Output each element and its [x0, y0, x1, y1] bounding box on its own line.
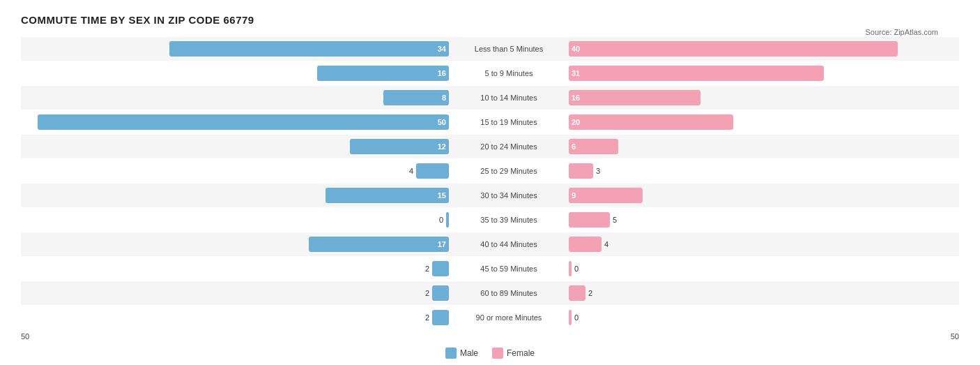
female-outside-value: 2 — [588, 289, 602, 297]
row-label: 45 to 59 Minutes — [453, 265, 565, 273]
row-label: 5 to 9 Minutes — [453, 69, 565, 77]
right-section: 6 — [565, 139, 980, 154]
female-zero-value: 0 — [574, 313, 588, 322]
table-row: 34 Less than 5 Minutes 40 — [21, 37, 959, 61]
table-row: 4 25 to 29 Minutes 3 — [21, 159, 959, 183]
table-row: 12 20 to 24 Minutes 6 — [21, 135, 959, 158]
legend: Male Female — [21, 348, 959, 359]
male-bar — [432, 285, 449, 301]
right-section: 40 — [565, 41, 980, 57]
row-label: 90 or more Minutes — [453, 313, 565, 322]
left-section: 17 — [21, 237, 453, 252]
row-label: 15 to 19 Minutes — [453, 118, 565, 126]
female-bar: 40 — [569, 41, 898, 57]
male-bar: 34 — [169, 41, 449, 57]
female-bar — [569, 261, 572, 276]
left-section: 2 — [21, 310, 453, 325]
table-row: 50 15 to 19 Minutes 20 — [21, 110, 959, 134]
right-section: 2 — [565, 285, 980, 301]
row-label: 25 to 29 Minutes — [453, 167, 565, 175]
male-bar: 12 — [350, 139, 449, 154]
male-bar-value: 16 — [438, 69, 446, 77]
male-bar — [432, 310, 449, 325]
right-section: 3 — [565, 163, 980, 179]
table-row: 2 45 to 59 Minutes 0 — [21, 257, 959, 281]
female-bar — [569, 285, 585, 301]
chart-container: 34 Less than 5 Minutes 40 16 5 to 9 Minu… — [21, 37, 959, 359]
female-bar-value: 31 — [572, 69, 580, 77]
legend-female-box — [492, 348, 503, 359]
left-section: 12 — [21, 139, 453, 154]
right-section: 0 — [565, 261, 980, 276]
female-bar: 9 — [569, 188, 643, 203]
left-section: 0 — [21, 212, 453, 228]
table-row: 17 40 to 44 Minutes 4 — [21, 232, 959, 256]
table-row: 2 60 to 89 Minutes 2 — [21, 281, 959, 305]
table-row: 16 5 to 9 Minutes 31 — [21, 61, 959, 85]
male-bar: 17 — [309, 237, 449, 252]
right-section: 16 — [565, 90, 980, 105]
male-bar: 15 — [326, 188, 449, 203]
right-section: 0 — [565, 310, 980, 325]
female-bar — [569, 237, 602, 252]
source-label: Source: ZipAtlas.com — [865, 28, 938, 36]
male-bar: 8 — [383, 90, 449, 105]
male-bar-value: 34 — [438, 45, 446, 53]
male-bar-value: 15 — [438, 191, 446, 200]
left-section: 2 — [21, 285, 453, 301]
table-row: 0 35 to 39 Minutes 5 — [21, 208, 959, 232]
left-section: 4 — [21, 163, 453, 179]
male-bar — [446, 212, 449, 228]
row-label: Less than 5 Minutes — [453, 45, 565, 53]
left-section: 8 — [21, 90, 453, 105]
legend-male-label: Male — [460, 348, 478, 358]
male-bar: 50 — [38, 114, 449, 130]
male-outside-value: 2 — [415, 313, 429, 322]
table-row: 8 10 to 14 Minutes 16 — [21, 86, 959, 110]
male-bar — [432, 261, 449, 276]
female-bar-value: 9 — [572, 191, 576, 200]
male-bar — [416, 163, 449, 179]
male-bar: 16 — [317, 66, 449, 81]
left-section: 50 — [21, 114, 453, 130]
male-outside-value: 2 — [415, 265, 429, 273]
male-bar-value: 8 — [442, 94, 446, 102]
female-bar — [569, 163, 593, 179]
female-bar-value: 16 — [572, 94, 580, 102]
left-section: 16 — [21, 66, 453, 81]
row-label: 20 to 24 Minutes — [453, 142, 565, 151]
female-bar-value: 40 — [572, 45, 580, 53]
legend-male-box — [445, 348, 457, 359]
right-section: 9 — [565, 188, 980, 203]
legend-male: Male — [445, 348, 478, 359]
female-bar-value: 6 — [572, 142, 576, 151]
left-section: 2 — [21, 261, 453, 276]
female-bar: 16 — [569, 90, 700, 105]
axis-right-value: 50 — [951, 332, 959, 341]
left-section: 15 — [21, 188, 453, 203]
row-label: 60 to 89 Minutes — [453, 289, 565, 297]
legend-female-label: Female — [507, 348, 535, 358]
female-bar — [569, 212, 610, 228]
male-outside-value: 4 — [399, 167, 413, 175]
female-bar: 20 — [569, 114, 733, 130]
axis-labels: 50 50 — [21, 332, 959, 341]
right-section: 4 — [565, 237, 980, 252]
male-bar-value: 17 — [438, 240, 446, 248]
row-label: 30 to 34 Minutes — [453, 191, 565, 200]
female-bar-value: 20 — [572, 118, 580, 126]
table-row: 15 30 to 34 Minutes 9 — [21, 184, 959, 207]
chart-title: COMMUTE TIME BY SEX IN ZIP CODE 66779 — [21, 14, 959, 26]
row-label: 40 to 44 Minutes — [453, 240, 565, 248]
female-outside-value: 5 — [613, 216, 627, 224]
left-section: 34 — [21, 41, 453, 57]
right-section: 20 — [565, 114, 980, 130]
female-bar — [569, 310, 572, 325]
female-zero-value: 0 — [574, 265, 588, 273]
right-section: 31 — [565, 66, 980, 81]
male-bar-value: 12 — [438, 142, 446, 151]
row-label: 10 to 14 Minutes — [453, 94, 565, 102]
female-bar: 31 — [569, 66, 824, 81]
male-outside-value: 2 — [415, 289, 429, 297]
axis-left-value: 50 — [21, 332, 29, 341]
